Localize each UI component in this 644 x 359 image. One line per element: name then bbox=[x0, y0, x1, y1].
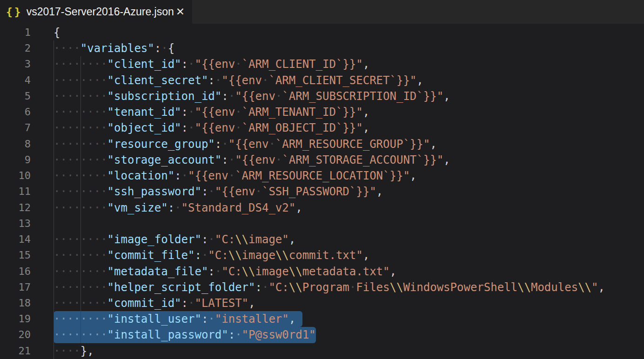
punctuation: : bbox=[221, 153, 228, 166]
code-line-content[interactable] bbox=[54, 216, 644, 232]
close-tab-icon[interactable]: ✕ bbox=[175, 6, 186, 18]
whitespace-dots: · bbox=[349, 281, 356, 294]
code-line[interactable]: 6········"tenant_id":·"{{env·`ARM_TENANT… bbox=[0, 104, 644, 120]
code-line[interactable]: 11········"ssh_password":·"{{env·`SSH_PA… bbox=[0, 184, 644, 199]
whitespace-dots: · bbox=[235, 106, 242, 119]
code-line[interactable]: 16········"metadata_file":·"C:\\image\\m… bbox=[0, 264, 644, 279]
code-line-content[interactable]: ········"metadata_file":·"C:\\image\\met… bbox=[54, 264, 644, 279]
code-line-content[interactable]: ········"object_id":·"{{env·`ARM_OBJECT_… bbox=[54, 120, 644, 136]
tokens: ········"commit_id":·"LATEST", bbox=[54, 297, 255, 310]
code-line-content[interactable]: ········"commit_id":·"LATEST", bbox=[54, 295, 644, 311]
json-string: "{{env bbox=[215, 185, 255, 198]
code-line-content[interactable]: ········"storage_account":·"{{env·`ARM_S… bbox=[54, 152, 644, 168]
line-number[interactable]: 3 bbox=[0, 56, 31, 72]
line-number[interactable]: 5 bbox=[0, 88, 31, 104]
line-number[interactable]: 4 bbox=[0, 73, 31, 88]
code-line[interactable]: 19········"install_user":·"installer", bbox=[0, 311, 644, 327]
code-line-content[interactable]: ········"commit_file":·"C:\\image\\commi… bbox=[54, 247, 644, 263]
code-line-content[interactable]: ········"image_folder":·"C:\\image", bbox=[54, 232, 644, 247]
line-number[interactable]: 13 bbox=[0, 216, 31, 232]
line-number[interactable]: 16 bbox=[0, 264, 31, 279]
punctuation: , bbox=[295, 201, 302, 214]
line-number[interactable]: 8 bbox=[0, 136, 31, 152]
line-number[interactable]: 10 bbox=[0, 168, 31, 184]
code-line[interactable]: 8········"resource_group":·"{{env·`ARM_R… bbox=[0, 136, 644, 152]
line-number[interactable]: 15 bbox=[0, 247, 31, 263]
whitespace-dots: · bbox=[235, 58, 242, 71]
code-line[interactable]: 17········"helper_script_folder":·"C:\\P… bbox=[0, 279, 644, 295]
punctuation: , bbox=[416, 74, 423, 87]
code-line[interactable]: 1{ bbox=[0, 25, 644, 40]
code-line[interactable]: 9········"storage_account":·"{{env·`ARM_… bbox=[0, 152, 644, 168]
line-number[interactable]: 20 bbox=[0, 327, 31, 343]
code-line-content[interactable]: { bbox=[54, 25, 644, 40]
code-line[interactable]: 15········"commit_file":·"C:\\image\\com… bbox=[0, 247, 644, 263]
line-number[interactable]: 2 bbox=[0, 40, 31, 56]
whitespace-dots: ········ bbox=[54, 328, 107, 341]
code-line-content[interactable]: ····}, bbox=[54, 343, 644, 359]
line-number[interactable]: 17 bbox=[0, 279, 31, 295]
code-line-content[interactable]: ········"resource_group":·"{{env·`ARM_RE… bbox=[54, 136, 644, 152]
code-line[interactable]: 5········"subscription_id":·"{{env·`ARM_… bbox=[0, 88, 644, 104]
json-key: "ssh_password" bbox=[107, 185, 201, 198]
tab-vs2017-server2016-azure[interactable]: {} vs2017-Server2016-Azure.json ✕ bbox=[0, 0, 192, 24]
line-number[interactable]: 21 bbox=[0, 343, 31, 359]
escape-sequence: \\ bbox=[289, 265, 302, 278]
code-line-content[interactable]: ········"install_password":·"P@ssw0rd1" bbox=[54, 327, 644, 343]
code-line[interactable]: 7········"object_id":·"{{env·`ARM_OBJECT… bbox=[0, 120, 644, 136]
line-number[interactable]: 11 bbox=[0, 184, 31, 199]
code-line-content[interactable]: ········"location":·"{{env·`ARM_RESOURCE… bbox=[54, 168, 644, 184]
tokens: ········"install_password":·"P@ssw0rd1" bbox=[54, 328, 316, 341]
code-line-content[interactable]: ········"client_id":·"{{env·`ARM_CLIENT_… bbox=[54, 56, 644, 72]
line-number[interactable]: 1 bbox=[0, 25, 31, 40]
json-string: commit.txt" bbox=[289, 249, 363, 262]
whitespace-dots: · bbox=[228, 90, 235, 103]
code-line-content[interactable]: ········"ssh_password":·"{{env·`SSH_PASS… bbox=[54, 184, 644, 199]
code-line[interactable]: 20········"install_password":·"P@ssw0rd1… bbox=[0, 327, 644, 343]
escape-sequence: \\ bbox=[275, 249, 289, 262]
json-key: "client_secret" bbox=[107, 74, 208, 87]
line-number[interactable]: 19 bbox=[0, 311, 31, 327]
code-line[interactable]: 18········"commit_id":·"LATEST", bbox=[0, 295, 644, 311]
code-line-content[interactable]: ········"helper_script_folder":·"C:\\Pro… bbox=[54, 279, 644, 295]
json-string: "installer" bbox=[215, 312, 289, 326]
code-line[interactable]: 14········"image_folder":·"C:\\image", bbox=[0, 232, 644, 247]
code-line[interactable]: 4········"client_secret":·"{{env·`ARM_CL… bbox=[0, 73, 644, 88]
code-line[interactable]: 21····}, bbox=[0, 343, 644, 359]
code-line[interactable]: 12········"vm_size":·"Standard_DS4_v2", bbox=[0, 200, 644, 216]
json-string: "Standard_DS4_v2" bbox=[181, 201, 296, 214]
line-number[interactable]: 12 bbox=[0, 200, 31, 216]
punctuation: { bbox=[54, 26, 60, 39]
line-number[interactable]: 18 bbox=[0, 295, 31, 311]
line-number[interactable]: 6 bbox=[0, 104, 31, 120]
tokens: ········"object_id":·"{{env·`ARM_OBJECT_… bbox=[54, 121, 369, 134]
code-line[interactable]: 2····"variables":·{ bbox=[0, 40, 644, 56]
code-line-content[interactable]: ········"tenant_id":·"{{env·`ARM_TENANT_… bbox=[54, 104, 644, 120]
whitespace-dots: ········ bbox=[54, 138, 107, 151]
code-line-content[interactable]: ········"subscription_id":·"{{env·`ARM_S… bbox=[54, 88, 644, 104]
punctuation: , bbox=[443, 153, 450, 166]
escape-sequence: \\ bbox=[578, 281, 591, 294]
code-line-content[interactable]: ········"install_user":·"installer", bbox=[54, 311, 644, 327]
whitespace-dots: ········ bbox=[54, 201, 107, 214]
json-string: Modules bbox=[531, 281, 578, 294]
code-line[interactable]: 13 bbox=[0, 216, 644, 232]
tokens: ········"client_id":·"{{env·`ARM_CLIENT_… bbox=[54, 58, 369, 71]
code-line[interactable]: 10········"location":·"{{env·`ARM_RESOUR… bbox=[0, 168, 644, 184]
code-line-content[interactable]: ········"vm_size":·"Standard_DS4_v2", bbox=[54, 200, 644, 216]
whitespace-dots: · bbox=[235, 328, 242, 341]
punctuation: : bbox=[215, 138, 221, 151]
json-string: `SSH_PASSWORD`}}" bbox=[262, 185, 376, 198]
code-line-content[interactable]: ········"client_secret":·"{{env·`ARM_CLI… bbox=[54, 73, 644, 88]
code-editor[interactable]: 1{2····"variables":·{3········"client_id… bbox=[0, 24, 644, 359]
line-number[interactable]: 9 bbox=[0, 152, 31, 168]
code-line-content[interactable]: ····"variables":·{ bbox=[54, 40, 644, 56]
json-key: "client_id" bbox=[107, 58, 181, 71]
line-number[interactable]: 14 bbox=[0, 232, 31, 247]
whitespace-dots: · bbox=[161, 42, 168, 55]
line-number[interactable]: 7 bbox=[0, 120, 31, 136]
json-key: "helper_script_folder" bbox=[107, 281, 255, 294]
code-line[interactable]: 3········"client_id":·"{{env·`ARM_CLIENT… bbox=[0, 56, 644, 72]
whitespace-dots: · bbox=[215, 74, 221, 87]
json-key: "subscription_id" bbox=[107, 90, 222, 103]
